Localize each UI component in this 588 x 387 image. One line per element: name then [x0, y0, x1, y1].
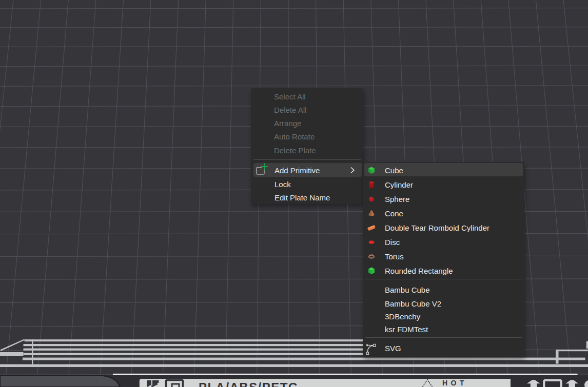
svg-text:PLA/ABS/PETG: PLA/ABS/PETG — [199, 380, 299, 387]
svg-text:HOT: HOT — [442, 379, 467, 387]
